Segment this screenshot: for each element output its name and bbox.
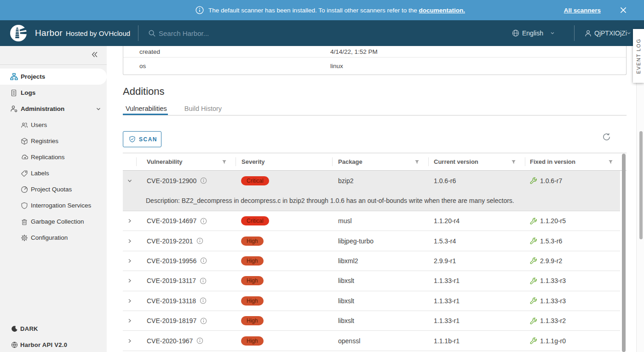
table-row-expanded: CVE-2019-12900 Critical bzip2 1.0.6-r6 1… bbox=[123, 171, 620, 211]
language-menu[interactable]: English bbox=[522, 20, 543, 46]
sidebar-item-project-quotas[interactable]: Project Quotas bbox=[0, 181, 107, 197]
fixed-version: 1.1.33-r3 bbox=[540, 277, 566, 284]
vulnerabilities-grid: Vulnerability Severity Package Current v… bbox=[123, 153, 627, 351]
wrench-icon bbox=[530, 337, 537, 344]
detail-value: linux bbox=[330, 63, 343, 69]
sidebar-item-registries[interactable]: Registries bbox=[0, 133, 107, 149]
shield-icon bbox=[21, 202, 28, 209]
notification-bar: The default scanner has been installed. … bbox=[0, 0, 644, 20]
api-globe-icon bbox=[11, 341, 18, 348]
expand-row-icon[interactable] bbox=[123, 278, 136, 283]
sidebar-item-users[interactable]: Users bbox=[0, 117, 107, 133]
current-version: 1.0.6-r6 bbox=[428, 177, 525, 185]
severity-badge: High bbox=[241, 237, 264, 246]
page-scrollbar[interactable] bbox=[636, 46, 644, 352]
info-icon[interactable] bbox=[196, 237, 203, 244]
fixed-version: 1.5.3-r6 bbox=[540, 237, 562, 245]
table-row: CVE-2019-14697 Critical musl 1.1.20-r4 1… bbox=[123, 211, 620, 231]
collapse-row-icon[interactable] bbox=[123, 178, 136, 184]
package-name: libxslt bbox=[332, 317, 428, 324]
sidebar-item-logs[interactable]: Logs bbox=[0, 85, 107, 101]
severity-badge: High bbox=[241, 256, 264, 265]
sidebar-divider bbox=[0, 64, 107, 65]
cve-id: CVE-2019-19956 bbox=[147, 257, 196, 265]
sidebar-item-projects[interactable]: Projects bbox=[0, 69, 107, 85]
current-version: 1.1.33-r1 bbox=[428, 317, 525, 324]
package-name: libxslt bbox=[332, 277, 428, 284]
brand-title[interactable]: Harbor bbox=[35, 20, 63, 46]
expand-row-icon[interactable] bbox=[123, 338, 136, 344]
package-name: libxslt bbox=[332, 297, 428, 305]
cve-id: CVE-2020-1967 bbox=[147, 337, 193, 345]
info-icon[interactable] bbox=[200, 297, 207, 304]
logs-icon bbox=[10, 89, 17, 97]
detail-key: os bbox=[123, 63, 330, 69]
wrench-icon bbox=[530, 177, 537, 184]
refresh-icon[interactable] bbox=[602, 132, 611, 142]
expand-row-icon[interactable] bbox=[123, 238, 136, 244]
documentation-link[interactable]: documentation. bbox=[419, 7, 466, 14]
brand-subtitle: Hosted by OVHcloud bbox=[66, 20, 130, 46]
page-scrollbar-thumb[interactable] bbox=[639, 131, 643, 239]
fixed-version: 1.0.6-r7 bbox=[540, 177, 562, 185]
expand-row-icon[interactable] bbox=[123, 218, 136, 224]
expand-row-icon[interactable] bbox=[123, 318, 136, 323]
severity-badge: High bbox=[241, 276, 264, 285]
registries-icon bbox=[21, 138, 28, 145]
table-row: CVE-2020-1967 High openssl 1.1.1b-r1 1.1… bbox=[123, 331, 620, 351]
administration-icon bbox=[10, 105, 18, 113]
tab-vulnerabilities[interactable]: Vulnerabilities bbox=[123, 105, 170, 112]
tabs-divider bbox=[123, 115, 627, 115]
filter-icon[interactable] bbox=[511, 159, 516, 164]
table-row: CVE-2019-13118 High libxslt 1.1.33-r1 1.… bbox=[123, 291, 620, 311]
close-icon[interactable] bbox=[619, 6, 627, 14]
package-name: musl bbox=[332, 217, 428, 225]
wrench-icon bbox=[530, 237, 537, 244]
sidebar-item-configuration[interactable]: Configuration bbox=[0, 230, 107, 246]
severity-badge: High bbox=[241, 336, 264, 346]
expand-row-icon[interactable] bbox=[123, 258, 136, 264]
info-icon[interactable] bbox=[200, 317, 207, 324]
info-icon[interactable] bbox=[200, 257, 207, 264]
severity-badge: High bbox=[241, 316, 264, 325]
all-scanners-link[interactable]: All scanners bbox=[564, 0, 601, 20]
table-row: CVE-2019-2201 High libjpeg-turbo 1.5.3-r… bbox=[123, 231, 620, 251]
scan-button[interactable]: SCAN bbox=[123, 131, 161, 147]
cve-id: CVE-2019-12900 bbox=[147, 177, 196, 185]
harbor-logo-icon[interactable] bbox=[10, 20, 27, 46]
table-scrollbar[interactable] bbox=[622, 154, 626, 352]
gear-icon bbox=[21, 234, 28, 242]
sidebar-item-garbage-collection[interactable]: Garbage Collection bbox=[0, 214, 107, 230]
severity-badge: High bbox=[241, 296, 264, 306]
info-icon[interactable] bbox=[196, 337, 203, 344]
projects-icon bbox=[10, 73, 18, 81]
info-icon[interactable] bbox=[200, 177, 207, 184]
replications-icon bbox=[21, 153, 29, 161]
sidebar-item-interrogation-services[interactable]: Interrogation Services bbox=[0, 197, 107, 214]
chevron-down-icon bbox=[96, 106, 101, 112]
filter-icon[interactable] bbox=[222, 159, 227, 164]
search-icon[interactable] bbox=[148, 20, 156, 46]
filter-icon[interactable] bbox=[608, 159, 613, 164]
event-log-tab[interactable]: EVENT LOG bbox=[633, 29, 644, 83]
tab-build-history[interactable]: Build History bbox=[182, 105, 224, 112]
filter-icon[interactable] bbox=[414, 159, 420, 164]
sidebar-item-labels[interactable]: Labels bbox=[0, 165, 107, 181]
expand-row-icon[interactable] bbox=[123, 298, 136, 304]
info-icon[interactable] bbox=[200, 277, 207, 284]
current-version: 1.1.20-r4 bbox=[428, 217, 525, 225]
sidebar-item-administration[interactable]: Administration bbox=[0, 101, 107, 117]
wrench-icon bbox=[530, 257, 537, 264]
user-menu[interactable]: QjPTXIOjZi bbox=[594, 20, 627, 46]
sidebar-item-replications[interactable]: Replications bbox=[0, 149, 107, 165]
fixed-version: 1.1.20-r5 bbox=[540, 217, 566, 225]
collapse-sidebar-icon[interactable] bbox=[91, 51, 98, 58]
package-name: bzip2 bbox=[332, 177, 428, 185]
harbor-api-link[interactable]: Harbor API V2.0 bbox=[0, 337, 107, 352]
cve-id: CVE-2019-18197 bbox=[147, 317, 196, 324]
info-icon[interactable] bbox=[200, 218, 207, 225]
trash-icon bbox=[21, 218, 28, 225]
search-input[interactable]: Search Harbor... bbox=[159, 20, 209, 46]
dark-mode-toggle[interactable]: DARK bbox=[0, 321, 107, 337]
package-name: libxml2 bbox=[332, 257, 428, 265]
